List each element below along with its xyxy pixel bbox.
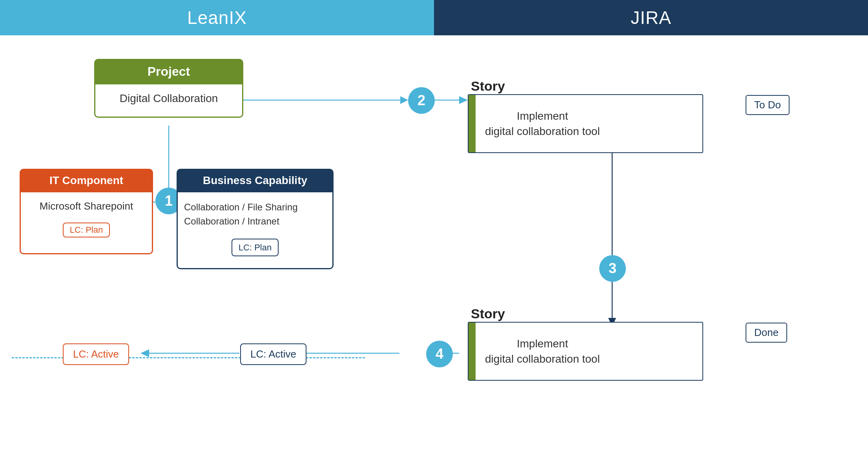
jira-header: JIRA — [434, 0, 868, 35]
lc-active-mid: LC: Active — [240, 343, 306, 365]
story1-label: Story — [471, 78, 505, 94]
main-content: Project Digital Collaboration 1 IT Compo… — [0, 35, 868, 449]
leanix-header: LeanIX — [0, 0, 434, 35]
svg-marker-8 — [459, 96, 468, 104]
biz-body: Collaboration / File Sharing Collaborati… — [177, 192, 334, 269]
story2-text: Implement digital collaboration tool — [476, 323, 609, 380]
story2-card: Implement digital collaboration tool — [468, 322, 703, 381]
todo-badge: To Do — [746, 95, 790, 115]
biz-type-label: Business Capability — [177, 169, 334, 192]
circle-3: 3 — [599, 255, 626, 282]
project-type-label: Project — [94, 59, 243, 84]
biz-capability-box: Business Capability Collaboration / File… — [177, 169, 334, 269]
itcomponent-box: IT Component Microsoft Sharepoint LC: Pl… — [20, 169, 153, 254]
story1-card: Implement digital collaboration tool — [468, 94, 703, 153]
leanix-title: LeanIX — [187, 7, 247, 28]
biz-items: Collaboration / File Sharing Collaborati… — [184, 200, 326, 228]
svg-marker-17 — [140, 349, 149, 357]
itcomponent-lc-badge: LC: Plan — [63, 223, 110, 237]
lc-active-left: LC: Active — [63, 343, 129, 365]
itcomponent-name: Microsoft Sharepoint — [27, 200, 146, 212]
done-badge: Done — [746, 323, 787, 343]
project-name: Digital Collaboration — [94, 84, 243, 118]
story2-green-bar — [469, 323, 476, 380]
biz-lc-badge: LC: Plan — [232, 239, 279, 256]
project-box: Project Digital Collaboration — [94, 59, 243, 118]
story1-text: Implement digital collaboration tool — [476, 95, 609, 152]
circle-2: 2 — [408, 87, 435, 114]
jira-title: JIRA — [631, 7, 671, 28]
header-container: LeanIX JIRA — [0, 0, 868, 35]
story1-green-bar — [469, 95, 476, 152]
itcomponent-type-label: IT Component — [20, 169, 153, 192]
circle-4: 4 — [426, 341, 453, 367]
story2-label: Story — [471, 306, 505, 321]
svg-marker-6 — [400, 96, 408, 104]
itcomponent-body: Microsoft Sharepoint LC: Plan — [20, 192, 153, 254]
